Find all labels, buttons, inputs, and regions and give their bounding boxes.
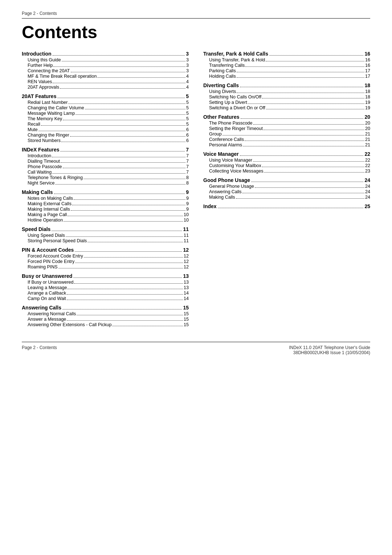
toc-item: Camp On and Wait14 [22, 296, 189, 301]
dot-leader [67, 300, 183, 300]
toc-item: Phone Passcode7 [22, 164, 189, 169]
item-page-num: 10 [184, 212, 189, 217]
footer-right-line1: INDeX 11.0 20AT Telephone User's Guide [289, 345, 370, 350]
dot-leader [245, 66, 364, 67]
dot-leader [71, 210, 185, 211]
toc-item: Using Transfer, Park & Hold16 [203, 57, 370, 62]
item-page-num: 7 [186, 153, 189, 158]
dot-leader [41, 125, 185, 126]
toc-item: Making Calls24 [203, 195, 370, 200]
item-label: Transferring Calls [209, 63, 245, 68]
dot-leader [248, 104, 364, 104]
section-title: Busy or Unanswered [22, 273, 72, 279]
dot-leader [264, 172, 364, 173]
item-page-num: 6 [186, 127, 189, 132]
toc-section-header: Speed Dials11 [22, 226, 189, 232]
item-label: Using Voice Manager [209, 158, 252, 163]
item-label: Leaving a Message [28, 285, 67, 290]
dot-leader [71, 72, 186, 72]
item-page-num: 21 [365, 131, 370, 137]
item-label: Storing Personal Speed Dials [28, 238, 87, 243]
dot-leader [66, 236, 183, 237]
item-page-num: 19 [365, 100, 370, 105]
toc-section-header: Answering Calls15 [22, 305, 189, 311]
dot-leader [74, 199, 185, 200]
toc-section-header: Transfer, Park & Hold Calls16 [203, 51, 370, 57]
item-page-num: 16 [365, 57, 370, 62]
section-title: INDeX Features [22, 147, 59, 153]
toc-item: Forced PIN Code Entry12 [22, 259, 189, 264]
dot-leader [253, 124, 365, 125]
item-label: Group [209, 131, 222, 137]
dot-leader [269, 55, 363, 56]
item-label: Customising Your Mailbox [209, 163, 261, 168]
item-label: The Phone Passcode [209, 121, 253, 126]
section-page-num: 13 [183, 273, 189, 279]
toc-section: Speed Dials11Using Speed Dials11Storing … [22, 226, 189, 243]
toc-item: Customising Your Mailbox22 [203, 163, 370, 168]
item-page-num: 24 [365, 195, 370, 200]
section-title: 20AT Features [22, 93, 56, 99]
item-label: Stored Numbers [28, 138, 61, 143]
section-title: Voice Manager [203, 151, 239, 157]
right-column: Transfer, Park & Hold Calls16Using Trans… [203, 51, 370, 331]
item-label: Using Transfer, Park & Hold [209, 57, 265, 62]
toc-item: Leaving a Message13 [22, 285, 189, 290]
dot-leader [74, 283, 183, 284]
item-page-num: 9 [186, 196, 189, 201]
dot-leader [53, 66, 185, 67]
toc-item: Transferring Calls16 [203, 63, 370, 68]
toc-item: Call Waiting7 [22, 170, 189, 175]
toc-item: Making External Calls9 [22, 201, 189, 206]
section-page-num: 7 [186, 147, 189, 153]
dot-leader [240, 87, 363, 87]
item-page-num: 18 [365, 94, 370, 100]
item-label: General Phone Usage [209, 184, 254, 189]
toc-item: General Phone Usage24 [203, 184, 370, 189]
top-breadcrumb: Page 2 - Contents [22, 11, 370, 16]
dot-leader [63, 168, 186, 168]
dot-leader [53, 83, 185, 83]
toc-section: Introduction3Using this Guide3Further He… [22, 51, 189, 90]
toc-item: Setting Up a Divert19 [203, 100, 370, 105]
toc-item: Using this Guide3 [22, 57, 189, 62]
item-page-num: 11 [184, 233, 189, 238]
dot-leader [264, 130, 364, 130]
dot-leader [64, 221, 183, 222]
dot-leader [54, 194, 185, 194]
item-page-num: 7 [186, 164, 189, 169]
dot-leader [243, 146, 364, 146]
footer-left: Page 2 - Contents [22, 345, 57, 355]
bottom-rule [22, 342, 370, 342]
toc-section: 20AT Features5Redial Last Number5Changin… [22, 93, 189, 143]
item-label: Answering Other Extensions - Call Pickup [28, 322, 111, 327]
dot-leader [218, 208, 364, 208]
toc-item: Changing the Caller Volume5 [22, 105, 189, 110]
item-label: Answering Calls [209, 189, 242, 194]
page-title: Contents [22, 22, 370, 42]
dot-leader [75, 251, 182, 252]
toc-item: Using Voice Manager22 [203, 158, 370, 163]
dot-leader [52, 157, 185, 157]
dot-leader [83, 179, 185, 179]
toc-section: Busy or Unanswered13If Busy or Unanswere… [22, 273, 189, 301]
dot-leader [52, 173, 185, 174]
item-page-num: 5 [186, 105, 189, 110]
item-label: Setting Up a Divert [209, 100, 247, 105]
section-page-num: 24 [364, 177, 370, 183]
section-title: Index [203, 203, 217, 209]
section-page-num: 22 [364, 151, 370, 157]
item-label: Answering Normal Calls [28, 311, 76, 316]
dot-leader [62, 309, 182, 309]
section-page-num: 12 [183, 247, 189, 253]
item-page-num: 19 [365, 105, 370, 110]
dot-leader [58, 268, 183, 268]
item-label: Forced Account Code Entry [28, 254, 83, 259]
toc-item: Changing the Ringer6 [22, 133, 189, 138]
dot-leader [222, 135, 364, 135]
toc-item: Using Diverts18 [203, 89, 370, 94]
toc-section: INDeX Features7Introduction7Dialling Tim… [22, 147, 189, 186]
dot-leader [73, 278, 182, 278]
toc-item: Answering Normal Calls15 [22, 311, 189, 316]
item-page-num: 5 [186, 122, 189, 127]
